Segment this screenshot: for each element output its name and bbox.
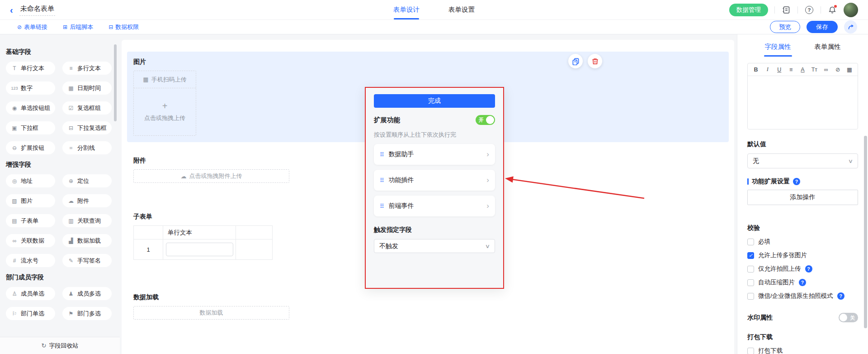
check-auto-compress[interactable]: 自动压缩图片 ? (747, 278, 858, 287)
save-button[interactable]: 保存 (807, 21, 838, 33)
form-link-button[interactable]: ⊘ 表单链接 (17, 23, 47, 31)
duplicate-field-button[interactable] (568, 54, 583, 68)
popup-item-data-assistant[interactable]: ⠿ 数据助手 › (374, 144, 495, 165)
align-icon[interactable]: ≡ (787, 67, 795, 73)
field-item-number[interactable]: 123数字 (6, 81, 55, 95)
checkbox-unchecked[interactable] (747, 279, 754, 286)
data-manage-button[interactable]: 数据管理 (729, 4, 768, 16)
field-item-select[interactable]: ▣下拉框 (6, 121, 55, 134)
multi-line-text-icon: ≡ (67, 65, 75, 72)
tab-form-properties[interactable]: 表单属性 (815, 43, 841, 57)
field-item-radio-group[interactable]: ◉单选按钮组 (6, 101, 55, 115)
drag-handle-icon[interactable]: ⠿ (380, 203, 384, 210)
main-area: 基础字段 T单行文本 ≡多行文本 123数字 ▦日期时间 ◉单选按钮组 ☑复选框… (0, 34, 868, 354)
field-item-signature[interactable]: ✎手写签名 (62, 254, 112, 267)
field-item-multi-select[interactable]: ⊟下拉复选框 (62, 121, 112, 134)
field-item-dept-multi[interactable]: ⚑部门多选 (62, 307, 112, 320)
font-size-icon[interactable]: Tᴛ (810, 67, 818, 73)
field-item-datetime[interactable]: ▦日期时间 (62, 81, 112, 95)
check-wechat-native-camera[interactable]: 微信/企业微信原生拍照模式 ? (747, 292, 858, 300)
user-avatar[interactable] (844, 3, 858, 17)
attachment-drop-zone[interactable]: ☁ 点击或拖拽附件上传 (133, 169, 289, 183)
tab-form-design[interactable]: 表单设计 (393, 0, 420, 19)
field-item-dept-single[interactable]: ⚐部门单选 (6, 307, 55, 320)
checkbox-unchecked[interactable] (747, 266, 754, 273)
sidebar-scrollbar[interactable] (114, 44, 117, 121)
drag-handle-icon[interactable]: ⠿ (380, 177, 384, 184)
checkbox-unchecked[interactable] (747, 239, 754, 245)
field-item-member-single[interactable]: ♙成员单选 (6, 287, 55, 300)
share-button[interactable] (844, 20, 857, 33)
delete-field-button[interactable] (588, 54, 602, 68)
check-camera-only[interactable]: 仅允许拍照上传 ? (747, 265, 858, 273)
default-value-select[interactable]: 无 ∨ (747, 153, 858, 168)
location-icon: ⊕ (67, 178, 75, 184)
help-icon[interactable]: ? (793, 178, 800, 185)
field-item-label: 地址 (21, 177, 33, 185)
field-item-label: 单行文本 (21, 64, 44, 72)
link-icon[interactable]: ∞ (822, 67, 830, 73)
underline-icon[interactable]: U (775, 67, 783, 73)
field-item-extend-button[interactable]: ⊖扩展按钮 (6, 141, 55, 154)
field-item-attachment[interactable]: ☁附件 (62, 194, 112, 207)
field-item-single-line-text[interactable]: T单行文本 (6, 62, 55, 75)
field-item-checkbox-group[interactable]: ☑复选框组 (62, 101, 112, 115)
subform-text-input[interactable] (166, 243, 233, 256)
canvas-field-data-load[interactable]: 数据加载 数据加载 (127, 287, 729, 326)
trigger-field-select[interactable]: 不触发 ∨ (374, 239, 495, 253)
bold-icon[interactable]: B (752, 67, 760, 73)
inspector-scrollbar[interactable] (864, 136, 867, 328)
link-icon: ⊘ (17, 24, 22, 30)
checkbox-unchecked[interactable] (747, 348, 754, 354)
check-required[interactable]: 必填 (747, 238, 858, 246)
help-icon[interactable]: ? (837, 292, 844, 300)
help-icon[interactable]: ? (799, 279, 806, 286)
done-button[interactable]: 完成 (374, 94, 495, 108)
check-allow-multiple-images[interactable]: ✓ 允许上传多张图片 (747, 251, 858, 259)
help-icon[interactable]: ? (805, 265, 812, 273)
notification-bell-icon[interactable] (827, 5, 837, 15)
drag-handle-icon[interactable]: ⠿ (380, 151, 384, 158)
back-icon[interactable]: ‹ (10, 5, 13, 14)
popup-item-frontend-event[interactable]: ⠿ 前端事件 › (374, 196, 495, 216)
insert-image-icon[interactable]: ▦ (845, 66, 854, 73)
scan-upload-button[interactable]: ▦ 手机扫码上传 (134, 71, 196, 88)
extension-toggle-on[interactable]: 开 (476, 115, 495, 125)
rich-text-content[interactable] (748, 76, 858, 129)
help-icon[interactable]: ? (804, 5, 814, 15)
form-title[interactable]: 未命名表单 (19, 4, 55, 16)
watermark-toggle-off[interactable]: 关 (839, 313, 858, 322)
field-item-relation-query[interactable]: ▥关联查询 (62, 214, 112, 227)
checkbox-label: 允许上传多张图片 (758, 251, 807, 259)
unlink-icon[interactable]: ⊘ (834, 66, 842, 73)
check-package-download[interactable]: 打包下载 (747, 347, 858, 354)
field-item-serial-number[interactable]: #流水号 (6, 254, 55, 267)
image-drop-zone[interactable]: + 点击或拖拽上传 (134, 88, 196, 135)
preview-button[interactable]: 预览 (770, 21, 800, 33)
backend-script-button[interactable]: ⊞ 后端脚本 (63, 23, 93, 31)
field-item-address[interactable]: ◎地址 (6, 174, 55, 187)
calendar-icon: ▦ (67, 85, 75, 91)
field-item-member-multi[interactable]: ♟成员多选 (62, 287, 112, 300)
italic-icon[interactable]: I (764, 66, 772, 73)
field-label: 图片 (133, 58, 722, 66)
field-item-relation-data[interactable]: ∞关联数据 (6, 234, 55, 247)
tab-field-properties[interactable]: 字段属性 (765, 43, 791, 57)
field-item-image[interactable]: ▧图片 (6, 194, 55, 207)
checkbox-unchecked[interactable] (747, 293, 754, 300)
field-recycle-bin[interactable]: ↻ 字段回收站 (0, 337, 120, 354)
field-item-data-load[interactable]: ▟数据加载 (62, 234, 112, 247)
data-load-placeholder-box[interactable]: 数据加载 (133, 306, 289, 320)
field-item-multi-line-text[interactable]: ≡多行文本 (62, 62, 112, 75)
field-item-location[interactable]: ⊕定位 (62, 174, 112, 187)
field-item-subform[interactable]: ▤子表单 (6, 214, 55, 227)
tab-form-settings[interactable]: 表单设置 (448, 0, 475, 19)
address-book-icon[interactable] (781, 5, 791, 15)
popup-item-function-plugin[interactable]: ⠿ 功能插件 › (374, 170, 495, 191)
serial-number-icon: # (10, 258, 19, 264)
font-color-icon[interactable]: A (799, 67, 807, 73)
field-item-divider-line[interactable]: =分割线 (62, 141, 112, 154)
add-action-button[interactable]: 添加操作 (747, 190, 858, 205)
data-permission-button[interactable]: ⊟ 数据权限 (108, 23, 139, 31)
checkbox-checked[interactable]: ✓ (747, 252, 754, 259)
